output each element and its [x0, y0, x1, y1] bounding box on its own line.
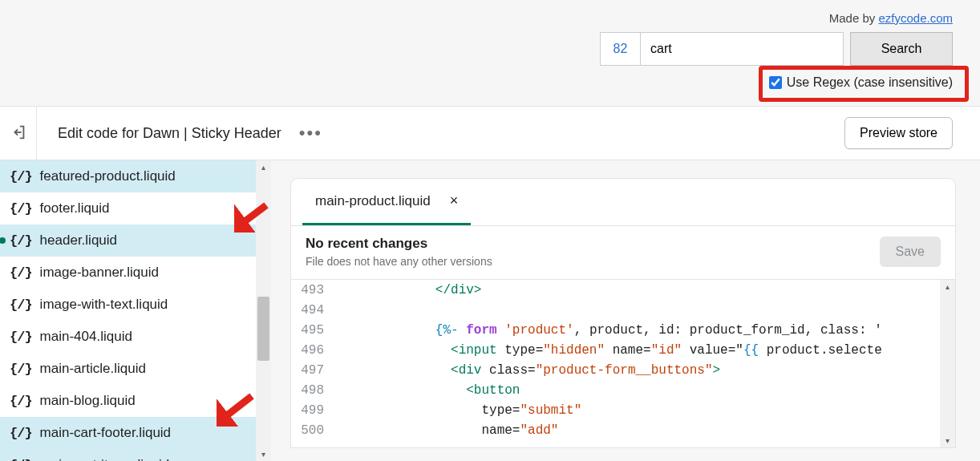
more-menu[interactable]: ••• [299, 124, 322, 142]
liquid-file-icon: {/} [10, 330, 32, 345]
code-content: {%- form 'product', product, id: product… [335, 323, 955, 338]
code-line[interactable]: 499 type="submit" [291, 400, 955, 420]
tab-main-product[interactable]: main-product.liquid × [302, 179, 471, 225]
line-number: 495 [291, 323, 335, 338]
code-line[interactable]: 498 <button [291, 380, 955, 400]
liquid-file-icon: {/} [10, 233, 32, 249]
file-item[interactable]: {/}image-banner.liquid [0, 257, 271, 289]
line-number: 499 [291, 403, 335, 418]
match-count: 82 [600, 32, 640, 66]
file-label: main-article.liquid [40, 361, 146, 377]
liquid-file-icon: {/} [10, 458, 32, 462]
file-item[interactable]: {/}main-cart-items.liquid [0, 449, 271, 461]
code-scrollbar[interactable]: ▴ ▾ [940, 280, 955, 447]
liquid-file-icon: {/} [10, 426, 32, 441]
page-title: Edit code for Dawn | Sticky Header [37, 125, 281, 142]
file-item[interactable]: {/}main-article.liquid [0, 353, 271, 385]
file-label: image-banner.liquid [40, 265, 159, 281]
liquid-file-icon: {/} [10, 362, 32, 377]
file-label: main-blog.liquid [40, 393, 136, 409]
file-label: footer.liquid [40, 200, 110, 216]
save-button[interactable]: Save [880, 237, 941, 267]
line-number: 494 [291, 303, 335, 317]
code-content: <div class="product-form__buttons"> [335, 363, 955, 378]
file-item[interactable]: {/}header.liquid [0, 224, 271, 257]
line-number: 496 [291, 343, 335, 358]
liquid-file-icon: {/} [10, 201, 32, 216]
search-input[interactable] [640, 32, 844, 66]
regex-checkbox[interactable] [769, 76, 782, 89]
exit-icon [10, 123, 27, 144]
back-button[interactable] [0, 107, 37, 160]
code-content: name="add" [335, 423, 955, 438]
scroll-down-icon[interactable]: ▾ [940, 434, 955, 447]
file-item[interactable]: {/}main-blog.liquid [0, 385, 271, 417]
code-line[interactable]: 500 name="add" [291, 420, 955, 440]
regex-label: Use Regex (case insensitive) [787, 75, 953, 90]
file-sidebar: {/}featured-product.liquid{/}footer.liqu… [0, 160, 271, 461]
tab-label: main-product.liquid [315, 193, 431, 209]
file-item[interactable]: {/}main-cart-footer.liquid [0, 417, 271, 449]
liquid-file-icon: {/} [10, 394, 32, 409]
scroll-thumb[interactable] [257, 297, 269, 361]
line-number: 493 [291, 283, 335, 297]
code-content: </div> [335, 283, 955, 297]
scroll-up-icon[interactable]: ▴ [256, 160, 271, 174]
changes-subtitle: File does not have any other versions [306, 255, 492, 268]
code-content: type="submit" [335, 403, 955, 418]
scroll-down-icon[interactable]: ▾ [256, 447, 271, 461]
regex-checkbox-row[interactable]: Use Regex (case insensitive) [761, 69, 964, 96]
sidebar-scrollbar[interactable]: ▴ ▾ [256, 160, 271, 461]
line-number: 500 [291, 423, 335, 438]
line-number: 497 [291, 363, 335, 378]
file-item[interactable]: {/}main-404.liquid [0, 321, 271, 353]
liquid-file-icon: {/} [10, 297, 32, 313]
file-label: image-with-text.liquid [40, 297, 168, 313]
code-line[interactable]: 497 <div class="product-form__buttons"> [291, 360, 955, 380]
code-content: <input type="hidden" name="id" value="{{… [335, 343, 955, 358]
close-icon[interactable]: × [450, 192, 459, 209]
changes-title: No recent changes [306, 236, 492, 252]
tab-bar: main-product.liquid × [291, 179, 955, 225]
file-item[interactable]: {/}featured-product.liquid [0, 160, 271, 192]
liquid-file-icon: {/} [10, 169, 32, 184]
code-line[interactable]: 494 [291, 300, 955, 320]
preview-store-button[interactable]: Preview store [844, 117, 953, 149]
code-line[interactable]: 495 {%- form 'product', product, id: pro… [291, 320, 955, 340]
code-content: <button [335, 383, 955, 398]
attribution-link[interactable]: ezfycode.com [878, 11, 953, 25]
scroll-up-icon[interactable]: ▴ [940, 280, 955, 293]
line-number: 498 [291, 383, 335, 398]
editor-header: Edit code for Dawn | Sticky Header ••• P… [0, 106, 980, 160]
file-item[interactable]: {/}footer.liquid [0, 192, 271, 224]
search-button[interactable]: Search [850, 32, 953, 66]
code-editor[interactable]: 493 </div>494495 {%- form 'product', pro… [290, 280, 956, 448]
file-label: main-404.liquid [40, 329, 132, 345]
file-item[interactable]: {/}image-with-text.liquid [0, 289, 271, 321]
code-line[interactable]: 496 <input type="hidden" name="id" value… [291, 340, 955, 360]
attribution: Made by ezfycode.com [829, 11, 953, 25]
code-line[interactable]: 493 </div> [291, 280, 955, 300]
file-label: main-cart-footer.liquid [40, 425, 171, 441]
file-label: featured-product.liquid [40, 168, 176, 184]
file-label: main-cart-items.liquid [40, 457, 170, 461]
liquid-file-icon: {/} [10, 265, 32, 281]
file-label: header.liquid [40, 233, 117, 249]
modified-dot-icon [0, 237, 6, 244]
